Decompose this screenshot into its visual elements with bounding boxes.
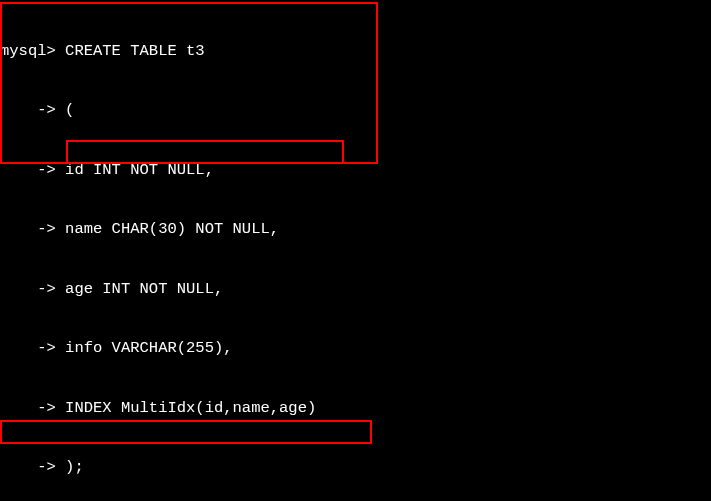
sql-create-index-line: -> INDEX MultiIdx(id,name,age)	[0, 399, 711, 419]
terminal-output: mysql> CREATE TABLE t3 -> ( -> id INT NO…	[0, 0, 711, 501]
sql-create-line: -> (	[0, 101, 711, 121]
sql-create-line: -> name CHAR(30) NOT NULL,	[0, 220, 711, 240]
highlight-key-def-box	[0, 420, 372, 444]
sql-create-line: -> age INT NOT NULL,	[0, 280, 711, 300]
sql-create-line: -> );	[0, 458, 711, 478]
sql-create-line: -> info VARCHAR(255),	[0, 339, 711, 359]
highlight-create-table-box	[0, 2, 378, 164]
sql-create-line: mysql> CREATE TABLE t3	[0, 42, 711, 62]
sql-create-line: -> id INT NOT NULL,	[0, 161, 711, 181]
